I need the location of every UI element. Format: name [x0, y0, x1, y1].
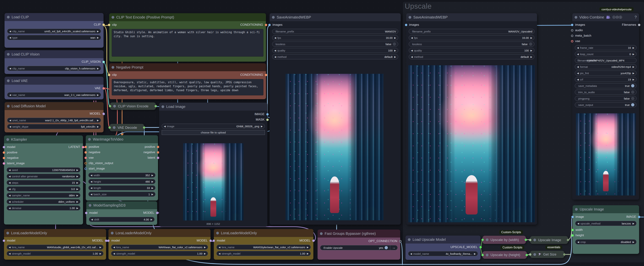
- input-dot[interactable]: [482, 254, 484, 256]
- node-clip-vision-encode[interactable]: CLIP Vision Encode: [110, 103, 156, 110]
- input-dot[interactable]: [529, 239, 531, 241]
- slot-dot-positive[interactable]: [3, 151, 5, 154]
- help-icon[interactable]: ?: [634, 15, 637, 19]
- slot-dot-CONDITIONING[interactable]: [265, 24, 267, 26]
- node-load-diffusion-model[interactable]: Load Diffusion Model MODEL◀unet_namewan2…: [4, 102, 104, 132]
- node-upscale-by-width[interactable]: Upscale by (width): [482, 236, 526, 244]
- node-negative-prompt[interactable]: Negative Prompt clipCONDITIONINGOverexpo…: [109, 63, 266, 99]
- slot-dot-IMAGE[interactable]: [266, 113, 269, 116]
- slot-dot-clip_vision_output[interactable]: [84, 162, 87, 164]
- widget-pix_fmt[interactable]: ◀pix_fmtyuv420p▶: [575, 71, 636, 76]
- node-load-vae[interactable]: Load VAE VAE◀vae_namewan_2.1_vae.safeten…: [4, 77, 104, 99]
- widget-frame_rate[interactable]: ◀frame_rate16▶: [575, 45, 636, 50]
- node-header[interactable]: WanImageToVideo: [86, 135, 158, 143]
- node-upscale-image-collapsed[interactable]: Upscale Image: [530, 236, 568, 244]
- widget-format[interactable]: ◀formatvideo/h264-mp4▶: [575, 64, 636, 69]
- node-model-sampling-sd3[interactable]: ModelSamplingSD3 modelMODEL◀shift4.00▶: [86, 201, 157, 225]
- node-load-image[interactable]: Load Image IMAGEMASK◀imageGhibli_00028_.…: [159, 103, 268, 227]
- node-save-animated-webp-2[interactable]: SaveAnimatedWEBP imagesfilename_prefixWA…: [406, 13, 537, 225]
- node-header[interactable]: SaveAnimatedWEBP: [406, 13, 537, 21]
- widget-length[interactable]: ◀length33▶: [88, 185, 156, 190]
- upload-button[interactable]: choose file to upload: [162, 130, 265, 135]
- node-load-clip[interactable]: Load CLIP CLIP◀clip_nameumt5_xxl_fp8_e4m…: [4, 13, 104, 48]
- node-header[interactable]: Load Image: [159, 103, 268, 111]
- slot-dot-clip[interactable]: [108, 74, 110, 76]
- widget-fps[interactable]: ◀fps16.00▶: [409, 35, 534, 40]
- node-header[interactable]: Load VAE: [4, 77, 104, 85]
- widget-unet_name[interactable]: ◀unet_namewan2.1_i2v_480p_14B_fp8_e4m3fn…: [7, 118, 101, 123]
- slot-dot-MODEL[interactable]: [156, 212, 158, 214]
- widget-steps[interactable]: ◀steps15▶: [6, 180, 80, 185]
- widget-save_output[interactable]: save_outputtrue: [575, 102, 636, 107]
- node-upscale-image-main[interactable]: Upscale Image imageIMAGE◀upscale_methodl…: [572, 205, 639, 254]
- node-header[interactable]: ModelSamplingSD3: [86, 201, 157, 209]
- node-load-upscale-model[interactable]: Load Upscale Model UPSCALE_MODEL◀model_n…: [406, 236, 480, 260]
- node-vae-decode[interactable]: VAE Decode: [110, 124, 144, 131]
- node-save-animated-webp-1[interactable]: SaveAnimatedWEBP imagesfilename_prefixWA…: [270, 13, 401, 225]
- slot-dot-MASK[interactable]: [266, 119, 269, 121]
- slot-dot-model[interactable]: [107, 240, 110, 242]
- widget-vae_name[interactable]: ◀vae_namewan_2.1_vae.safetensors▶: [7, 92, 101, 97]
- prompt-textarea[interactable]: Studio Ghibli style. An animation of a w…: [112, 29, 264, 57]
- widget-batch_size[interactable]: ◀batch_size1▶: [88, 192, 156, 197]
- collapse-dot-icon[interactable]: [486, 239, 488, 241]
- slot-dot-width[interactable]: [571, 229, 574, 231]
- widget-strength_model[interactable]: ◀strength_model1.00▶: [216, 251, 311, 256]
- slot-dot-IMAGE[interactable]: [638, 216, 640, 218]
- widget-loop_count[interactable]: ◀loop_count0▶: [575, 51, 636, 57]
- node-header[interactable]: Fast Groups Bypasser (rgthree): [318, 230, 400, 238]
- slot-dot-vae[interactable]: [571, 40, 573, 42]
- node-header[interactable]: Video Combine ⓋⒽⓈ ?: [572, 13, 639, 21]
- collapse-dot-icon[interactable]: [408, 238, 410, 241]
- output-dot[interactable]: [154, 105, 157, 107]
- slot-dot-CLIP_VISION[interactable]: [102, 61, 105, 63]
- node-get-size[interactable]: Get Size: [530, 251, 564, 258]
- collapse-dot-icon[interactable]: [7, 79, 10, 82]
- widget-trim_to_audio[interactable]: trim_to_audiofalse: [575, 90, 636, 95]
- slot-dot-start_image[interactable]: [84, 167, 87, 170]
- input-dot[interactable]: [529, 253, 531, 256]
- widget-method[interactable]: ◀methoddefault▶: [272, 54, 398, 59]
- node-header[interactable]: LoraLoaderModelOnly: [108, 229, 210, 237]
- output-dot[interactable]: [563, 253, 566, 256]
- widget-image[interactable]: ◀imageGhibli_00028_.png▶: [162, 124, 265, 129]
- output-dot[interactable]: [567, 239, 569, 241]
- widget-type[interactable]: ◀typewan▶: [7, 35, 101, 40]
- slot-dot-vae[interactable]: [84, 157, 87, 159]
- slot-dot-LATENT[interactable]: [82, 146, 84, 148]
- node-lora-loader-3[interactable]: LoraLoaderModelOnly modelMODEL◀lora_name…: [214, 229, 313, 260]
- widget-fps[interactable]: ◀fps16.00▶: [272, 35, 398, 40]
- collapse-dot-icon[interactable]: [112, 16, 114, 19]
- widget-filename_prefix[interactable]: filename_prefixWAN/I2V: [272, 29, 398, 34]
- collapse-dot-icon[interactable]: [113, 126, 116, 129]
- collapse-dot-icon[interactable]: [533, 253, 536, 256]
- slot-dot-model[interactable]: [3, 146, 5, 148]
- node-header[interactable]: Load Upscale Model: [406, 236, 480, 244]
- widget-quality[interactable]: ◀quality100▶: [409, 48, 534, 53]
- collapse-dot-icon[interactable]: [88, 138, 91, 141]
- widget-strength_model[interactable]: ◀strength_model1.00▶: [111, 251, 208, 256]
- node-wan-image-to-video[interactable]: WanImageToVideo positivepositivenegative…: [86, 135, 158, 201]
- widget-lora_name[interactable]: ◀lora_nameWAN\studio_ghibli_wan14b_t2v_v…: [6, 245, 104, 250]
- widget-width[interactable]: ◀width352▶: [88, 173, 156, 178]
- collapse-dot-icon[interactable]: [89, 204, 92, 207]
- widget-save_metadata[interactable]: save_metadatatrue: [575, 83, 636, 88]
- node-fast-groups-bypasser[interactable]: Fast Groups Bypasser (rgthree) OPT_CONNE…: [318, 230, 400, 260]
- widget-clip_name[interactable]: ◀clip_nameumt5_xxl_fp8_e4m3fn_scaled.saf…: [7, 29, 101, 34]
- slot-dot-images[interactable]: [571, 24, 573, 26]
- widget-lossless[interactable]: losslessfalse: [272, 41, 398, 47]
- collapse-dot-icon[interactable]: [320, 232, 323, 235]
- collapse-dot-icon[interactable]: [575, 208, 578, 211]
- collapse-dot-icon[interactable]: [111, 232, 114, 235]
- slot-dot-OPT_CONNECTION[interactable]: [399, 240, 402, 243]
- slot-dot-Filenames[interactable]: [638, 24, 640, 26]
- node-header[interactable]: LoraLoaderModelOnly: [214, 229, 313, 237]
- collapse-dot-icon[interactable]: [486, 254, 488, 256]
- slot-dot-model[interactable]: [85, 212, 88, 214]
- image-preview[interactable]: [183, 143, 244, 221]
- widget-upscale_method[interactable]: ◀upscale_methodlanczos▶: [575, 221, 636, 226]
- slot-dot-latent_image[interactable]: [3, 162, 5, 165]
- node-lora-loader-2[interactable]: LoraLoaderModelOnly modelMODEL◀lora_name…: [108, 229, 210, 260]
- prompt-textarea[interactable]: Overexposure, static, subtitles, still, …: [112, 79, 264, 95]
- collapse-dot-icon[interactable]: [6, 232, 9, 235]
